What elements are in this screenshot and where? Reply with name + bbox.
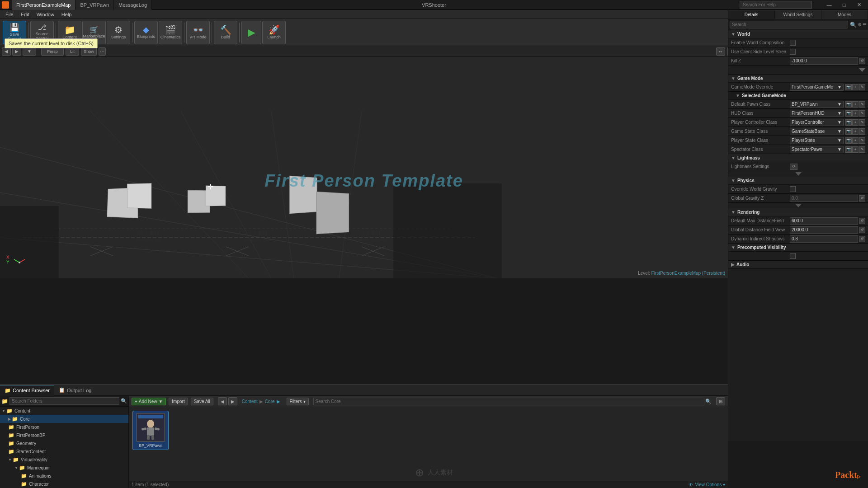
default-max-reset[interactable]: ↺	[859, 218, 865, 224]
marketplace-button[interactable]: 🛒 Marketplace	[82, 21, 106, 44]
enable-world-composition-checkbox[interactable]	[790, 40, 796, 46]
menu-window[interactable]: Window	[33, 10, 58, 19]
lit-btn[interactable]: Lit	[66, 47, 79, 56]
player-state-edit[interactable]: ✎	[859, 137, 865, 144]
hud-class-edit[interactable]: ✎	[859, 110, 865, 117]
dynamic-indirect-shadows-input[interactable]	[790, 235, 858, 243]
save-all-button[interactable]: Save All	[191, 398, 213, 405]
content-search-input[interactable]	[313, 398, 704, 405]
kill-z-expand[interactable]	[859, 67, 865, 73]
game-state-dropdown[interactable]: GameStateBase▼	[790, 128, 844, 135]
tab-messagelog[interactable]: MessageLog	[114, 0, 152, 10]
dropdown-btn[interactable]: ▼	[23, 47, 36, 56]
asset-bp-vrpawn[interactable]: BP_VRPawn	[132, 411, 169, 450]
folder-content[interactable]: ▼ 📁 Content	[0, 407, 128, 415]
tab-modes[interactable]: Modes	[821, 10, 868, 19]
player-controller-add[interactable]: +	[852, 119, 859, 126]
launch-button[interactable]: 🚀 Launch	[262, 21, 286, 44]
build-button[interactable]: 🔨 Build	[214, 21, 237, 44]
default-pawn-add[interactable]: +	[852, 101, 859, 108]
blueprints-button[interactable]: ◆ Blueprints	[134, 21, 158, 44]
player-state-add[interactable]: +	[852, 137, 859, 144]
menu-edit[interactable]: Edit	[17, 10, 33, 19]
kill-z-reset[interactable]: ↺	[859, 58, 865, 64]
client-side-level-checkbox[interactable]	[790, 49, 796, 55]
details-settings-icon[interactable]: ⚙	[858, 22, 862, 27]
global-distance-field-reset[interactable]: ↺	[859, 227, 865, 233]
tab-output-log[interactable]: 📋 Output Log	[54, 385, 96, 396]
global-distance-field-input[interactable]	[790, 226, 858, 234]
section-game-mode[interactable]: ▼ Game Mode	[728, 75, 868, 83]
section-physics[interactable]: ▼ Physics	[728, 177, 868, 185]
player-controller-dropdown[interactable]: PlayerController▼	[790, 119, 844, 126]
folder-core[interactable]: ▶ 📁 Core	[0, 415, 128, 423]
content-view-options[interactable]: 👁 View Options ▾	[689, 482, 725, 487]
player-controller-browse[interactable]: 📷	[845, 119, 852, 126]
breadcrumb-end-btn[interactable]: ▶	[277, 399, 280, 404]
filters-button[interactable]: Filters ▾	[287, 398, 309, 405]
player-state-browse[interactable]: 📷	[845, 137, 852, 144]
content-nav-forward[interactable]: ▶	[228, 397, 237, 405]
precomputed-visibility-checkbox[interactable]	[790, 253, 796, 259]
close-button[interactable]: ✕	[852, 0, 866, 10]
kill-z-input[interactable]	[790, 57, 858, 65]
menu-file[interactable]: File	[2, 10, 17, 19]
translate-btn[interactable]: ↔	[716, 47, 725, 56]
section-lightmass[interactable]: ▼ Lightmass	[728, 154, 868, 162]
breadcrumb-core[interactable]: Core	[265, 399, 275, 404]
dynamic-indirect-shadows-reset[interactable]: ↺	[859, 236, 865, 242]
default-pawn-browse[interactable]: 📷	[845, 101, 852, 108]
folder-startercontent[interactable]: 📁 StarterContent	[0, 447, 128, 455]
hud-class-browse[interactable]: 📷	[845, 110, 852, 117]
default-pawn-edit[interactable]: ✎	[859, 101, 865, 108]
tab-content-browser[interactable]: 📁 Content Browser	[0, 385, 54, 396]
tab-bp-vrpawn[interactable]: BP_VRPawn	[75, 0, 114, 10]
gamemode-override-add[interactable]: +	[852, 84, 859, 90]
settings-button[interactable]: ⚙ Settings	[107, 21, 130, 44]
gamemode-override-dropdown[interactable]: FirstPersonGameMo▼	[790, 84, 844, 91]
spectator-class-dropdown[interactable]: SpectatorPawn▼	[790, 146, 844, 153]
game-state-add[interactable]: +	[852, 128, 859, 135]
lightmass-expand-btn[interactable]: ↺	[790, 164, 797, 170]
viewport[interactable]: ✛ First Person Template 人人素材www.rr-sc.co…	[0, 57, 728, 278]
default-pawn-dropdown[interactable]: BP_VRPawn▼	[790, 101, 844, 108]
folder-firstperson[interactable]: 📁 FirstPerson	[0, 423, 128, 431]
vr-mode-button[interactable]: 👓 VR Mode	[186, 21, 210, 44]
gamemode-override-browse[interactable]: 📷	[845, 84, 852, 90]
global-gravity-z-input[interactable]	[790, 195, 858, 202]
tab-details[interactable]: Details	[728, 10, 775, 19]
perspective-btn[interactable]: Persp	[41, 47, 64, 56]
gamemode-override-edit[interactable]: ✎	[859, 84, 865, 90]
add-new-button[interactable]: + Add New ▼	[132, 398, 166, 405]
section-world[interactable]: ▼ World	[728, 30, 868, 38]
viewport-options-btn[interactable]: ⋯	[99, 47, 106, 56]
import-button[interactable]: Import	[169, 398, 188, 405]
content-button[interactable]: 📁 Content	[58, 21, 81, 44]
game-state-browse[interactable]: 📷	[845, 128, 852, 135]
hud-class-dropdown[interactable]: FirstPersonHUD▼	[790, 110, 844, 117]
tab-world-settings[interactable]: World Settings	[775, 10, 821, 19]
spectator-browse[interactable]: 📷	[845, 146, 852, 153]
folder-search-input[interactable]	[9, 397, 119, 405]
breadcrumb-content[interactable]: Content	[242, 399, 258, 404]
spectator-edit[interactable]: ✎	[859, 146, 865, 153]
save-button[interactable]: 💾 SaveCurrent	[3, 21, 26, 44]
section-precomputed-visibility[interactable]: ▼ Precomputed Visibility	[728, 244, 868, 252]
help-search-input[interactable]	[740, 1, 812, 9]
content-nav-back[interactable]: ◀	[218, 397, 227, 405]
player-state-dropdown[interactable]: PlayerState▼	[790, 137, 844, 144]
maximize-button[interactable]: □	[837, 0, 851, 10]
player-controller-edit[interactable]: ✎	[859, 119, 865, 126]
spectator-add[interactable]: +	[852, 146, 859, 153]
folder-animations[interactable]: 📁 Animations	[0, 472, 128, 480]
folder-mannequin[interactable]: ▼ 📁 Mannequin	[0, 464, 128, 472]
folder-geometry[interactable]: 📁 Geometry	[0, 439, 128, 447]
folder-firstpersonbp[interactable]: 📁 FirstPersonBP	[0, 431, 128, 439]
minimize-button[interactable]: —	[822, 0, 836, 10]
content-view-toggle[interactable]: ⊞	[716, 397, 725, 405]
hud-class-add[interactable]: +	[852, 110, 859, 117]
override-gravity-checkbox[interactable]	[790, 186, 796, 192]
details-search-input[interactable]	[730, 21, 848, 28]
nav-back-btn[interactable]: ◀	[2, 47, 11, 56]
section-selected-game-mode[interactable]: ▼ Selected GameMode	[728, 92, 868, 100]
